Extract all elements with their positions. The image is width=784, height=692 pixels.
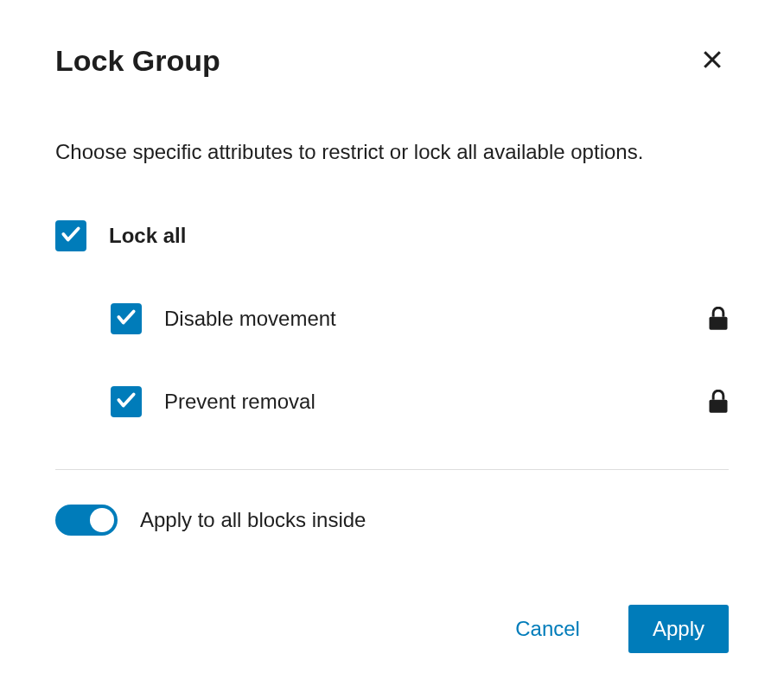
lock-all-option: Lock all (55, 220, 729, 251)
apply-all-toggle[interactable] (55, 505, 118, 536)
svg-rect-2 (710, 316, 728, 329)
apply-button[interactable]: Apply (628, 605, 729, 653)
disable-movement-checkbox[interactable] (111, 303, 142, 334)
prevent-removal-checkbox[interactable] (111, 386, 142, 417)
check-icon (115, 306, 137, 332)
lock-all-checkbox[interactable] (55, 220, 86, 251)
disable-movement-option: Disable movement (55, 303, 729, 334)
cancel-button[interactable]: Cancel (491, 605, 604, 653)
modal-description: Choose specific attributes to restrict o… (55, 137, 729, 167)
lock-icon (708, 307, 729, 331)
modal-header: Lock Group (55, 43, 729, 79)
close-button[interactable] (696, 43, 729, 79)
modal-footer: Cancel Apply (55, 605, 729, 653)
lock-group-modal: Lock Group Choose specific attributes to… (0, 0, 784, 692)
toggle-knob (90, 508, 114, 532)
check-icon (60, 223, 82, 249)
svg-rect-3 (710, 399, 728, 412)
close-icon (699, 47, 725, 75)
lock-all-label: Lock all (109, 224, 186, 248)
divider (55, 469, 729, 470)
apply-all-toggle-row: Apply to all blocks inside (55, 505, 729, 536)
prevent-removal-option: Prevent removal (55, 386, 729, 417)
modal-title: Lock Group (55, 44, 220, 78)
disable-movement-label: Disable movement (164, 307, 336, 331)
prevent-removal-label: Prevent removal (164, 390, 316, 414)
apply-all-label: Apply to all blocks inside (140, 508, 366, 532)
check-icon (115, 389, 137, 415)
lock-icon (708, 390, 729, 414)
